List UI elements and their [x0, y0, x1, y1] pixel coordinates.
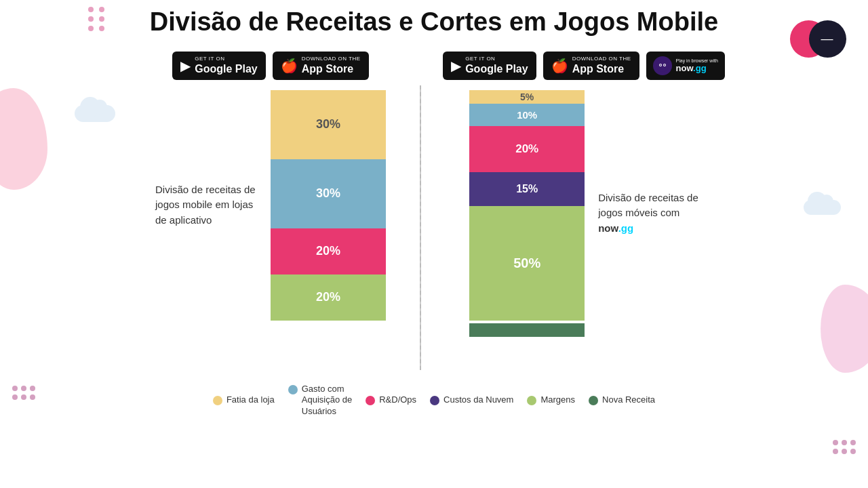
- nowgg-top-text: Play in browser with: [676, 58, 718, 63]
- decorative-dots-bottom-right: [833, 440, 856, 454]
- legend-label-nuvem: Custos da Nuvem: [443, 394, 513, 406]
- left-app-store-badge[interactable]: 🍎 Download on the App Store: [273, 52, 369, 80]
- left-store-badges: ▶ GET IT ON Google Play 🍎 Download on th…: [172, 52, 368, 80]
- legend-dot-aquisicao: [288, 385, 298, 394]
- nowgg-bottom-text: now.gg: [676, 63, 718, 73]
- right-google-play-bottom-text: Google Play: [465, 62, 528, 75]
- logo-eyes-icon: —: [821, 32, 835, 46]
- right-apple-icon: 🍎: [551, 58, 568, 74]
- left-bar-fatia: 30%: [271, 90, 386, 159]
- left-google-play-top-text: GET IT ON: [195, 56, 257, 62]
- right-bar-rdops: 20%: [469, 126, 585, 171]
- legend-label-margens: Margens: [540, 394, 575, 406]
- legend-aquisicao: Gasto comAquisição deUsuários: [288, 384, 352, 418]
- right-nova-receita-bar: [469, 323, 585, 337]
- apple-icon: 🍎: [281, 58, 298, 74]
- legend-label-aquisicao: Gasto comAquisição deUsuários: [302, 384, 352, 418]
- right-bar-chart: 5% 10% 20% 15% 50%: [469, 90, 585, 321]
- legend-dot-fatia: [213, 396, 222, 405]
- now-text: now: [598, 222, 618, 234]
- right-google-play-icon: ▶: [451, 58, 461, 74]
- main-content: ▶ GET IT ON Google Play 🍎 Download on th…: [0, 52, 868, 370]
- decorative-dots-top-left: [88, 7, 106, 31]
- legend-nova: Nova Receita: [589, 394, 655, 406]
- left-chart-label: Divisão de receitas de jogos mobile em l…: [155, 182, 257, 228]
- right-nowgg-badge[interactable]: Play in browser with now.gg: [646, 52, 725, 80]
- right-chart-wrapper: 5% 10% 20% 15% 50%: [469, 90, 585, 337]
- left-chart-area: Divisão de receitas de jogos mobile em l…: [142, 90, 399, 321]
- legend-dot-nuvem: [430, 396, 439, 405]
- right-section: ▶ GET IT ON Google Play 🍎 Download on th…: [441, 52, 726, 337]
- legend-rdops: R&D/Ops: [366, 394, 416, 406]
- section-divider: [420, 85, 421, 370]
- legend: Fatia da loja Gasto comAquisição deUsuár…: [0, 384, 868, 418]
- legend-fatia: Fatia da loja: [213, 394, 275, 406]
- decorative-dots-bottom-left: [12, 386, 35, 400]
- left-bar-margens: 20%: [271, 274, 386, 321]
- left-section: ▶ GET IT ON Google Play 🍎 Download on th…: [142, 52, 399, 321]
- legend-label-rdops: R&D/Ops: [379, 394, 416, 406]
- legend-nuvem: Custos da Nuvem: [430, 394, 513, 406]
- legend-margens: Margens: [527, 394, 575, 406]
- svg-point-3: [660, 64, 661, 66]
- left-bar-rdops: 20%: [271, 228, 386, 274]
- right-bar-fatia: 5%: [469, 90, 585, 104]
- right-chart-area: 5% 10% 20% 15% 50% Divisão de receitas d…: [441, 90, 726, 337]
- left-google-play-badge[interactable]: ▶ GET IT ON Google Play: [172, 52, 265, 80]
- left-bar-chart: 30% 30% 20% 20%: [271, 90, 386, 321]
- right-bar-margens: 50%: [469, 206, 585, 320]
- svg-point-0: [656, 60, 669, 72]
- page-title: Divisão de Receitas e Cortes em Jogos Mo…: [0, 7, 868, 38]
- left-app-store-bottom-text: App Store: [302, 62, 361, 75]
- right-app-store-badge[interactable]: 🍎 Download on the App Store: [543, 52, 639, 80]
- legend-dot-nova: [589, 396, 598, 405]
- gg-text: .gg: [618, 222, 634, 234]
- right-bar-aquisicao: 10%: [469, 104, 585, 127]
- right-google-play-badge[interactable]: ▶ GET IT ON Google Play: [443, 52, 536, 80]
- legend-dot-rdops: [366, 396, 375, 405]
- right-label-nowgg: now.gg: [598, 222, 633, 234]
- legend-dot-margens: [527, 396, 536, 405]
- right-bar-nuvem: 15%: [469, 172, 585, 207]
- legend-label-nova: Nova Receita: [602, 394, 655, 406]
- right-app-store-bottom-text: App Store: [572, 62, 631, 75]
- svg-point-4: [664, 64, 665, 66]
- left-app-store-top-text: Download on the: [302, 56, 361, 62]
- right-app-store-top-text: Download on the: [572, 56, 631, 62]
- right-label-line1: Divisão de receitas de: [598, 192, 698, 203]
- left-google-play-bottom-text: Google Play: [195, 62, 257, 75]
- right-store-badges: ▶ GET IT ON Google Play 🍎 Download on th…: [443, 52, 725, 80]
- nowgg-logo-icon: [653, 56, 672, 75]
- right-label-line2: jogos móveis com: [598, 207, 679, 218]
- left-bar-aquisicao: 30%: [271, 159, 386, 228]
- right-chart-label: Divisão de receitas de jogos móveis com …: [598, 190, 698, 237]
- google-play-icon: ▶: [180, 58, 191, 74]
- right-google-play-top-text: GET IT ON: [465, 56, 528, 62]
- legend-label-fatia: Fatia da loja: [226, 394, 275, 406]
